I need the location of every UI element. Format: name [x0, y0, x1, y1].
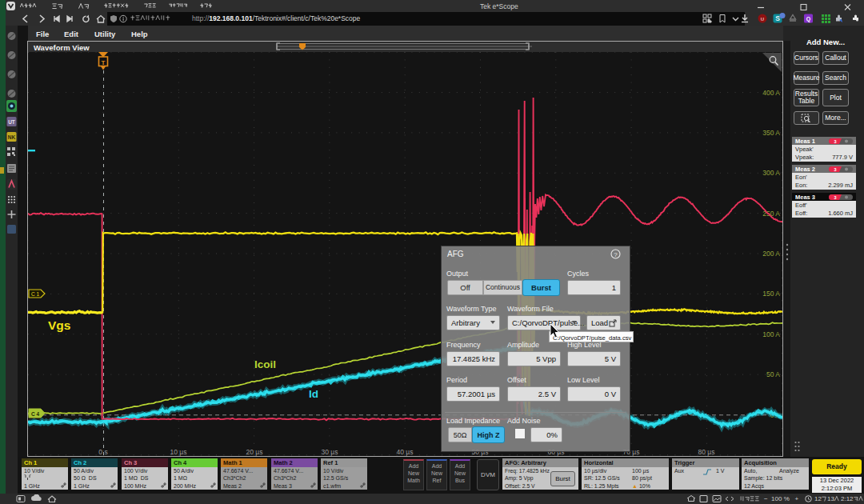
- svg-text:C 1: C 1: [31, 291, 40, 297]
- svg-text:200 A: 200 A: [762, 250, 780, 258]
- svg-text:40 µs: 40 µs: [397, 448, 414, 456]
- svg-text:80 µs: 80 µs: [698, 448, 715, 456]
- svg-text:T: T: [102, 59, 106, 66]
- svg-text:10 µs: 10 µs: [170, 448, 187, 456]
- svg-text:400 A: 400 A: [762, 89, 780, 97]
- svg-text:C 4: C 4: [31, 411, 40, 417]
- svg-text:0 s: 0 s: [98, 448, 107, 456]
- svg-text:100 A: 100 A: [762, 330, 780, 338]
- svg-text:UT: UT: [8, 119, 15, 125]
- svg-text:150 A: 150 A: [762, 290, 780, 298]
- svg-text:20 µs: 20 µs: [246, 448, 263, 456]
- svg-text:Q: Q: [806, 16, 811, 22]
- svg-text:300 A: 300 A: [762, 169, 780, 177]
- svg-text:3: 3: [834, 195, 836, 200]
- svg-text:?: ?: [614, 251, 618, 258]
- svg-text:Vgs: Vgs: [48, 318, 70, 332]
- svg-text:Id: Id: [309, 388, 318, 400]
- svg-text:30 µs: 30 µs: [322, 448, 338, 456]
- svg-text:3: 3: [834, 139, 836, 144]
- svg-text:U: U: [761, 17, 764, 22]
- svg-text:S: S: [775, 14, 780, 22]
- svg-text:350 A: 350 A: [762, 129, 780, 137]
- svg-text:50 A: 50 A: [766, 370, 780, 378]
- svg-text:Icoil: Icoil: [254, 358, 276, 370]
- svg-text:3: 3: [834, 167, 836, 172]
- svg-text:NK: NK: [8, 134, 16, 140]
